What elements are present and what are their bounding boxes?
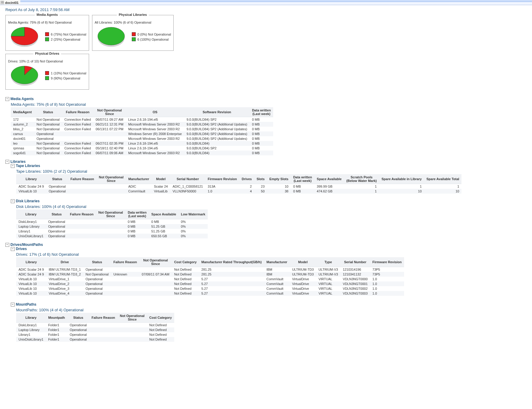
cell: 474.62 GB — [314, 189, 344, 194]
table-row[interactable]: VirtualLib 10VirtualDrive_3OperationalNo… — [16, 286, 404, 291]
column-header[interactable]: Not OperationalSince — [96, 209, 126, 219]
column-header[interactable]: Not OperationalSince — [93, 107, 126, 117]
cell: Folder1 — [46, 327, 67, 332]
column-header[interactable]: Model — [290, 257, 316, 267]
column-header[interactable]: Firmware Revision — [370, 257, 404, 267]
section-toggle-mountpaths[interactable]: − MountPaths — [11, 302, 530, 307]
collapse-icon[interactable]: − — [11, 199, 15, 203]
column-header[interactable]: Slots — [254, 174, 267, 184]
column-header[interactable]: Status — [34, 107, 62, 117]
table-row[interactable]: camusOperationalWindows Server (R) 2008 … — [11, 131, 273, 136]
column-header[interactable]: OS — [126, 107, 184, 117]
section-libraries: − Libraries − Tape Libraries Tape Librar… — [5, 160, 530, 238]
column-header[interactable]: Serial Number — [340, 257, 370, 267]
cell: 1.0 — [370, 281, 404, 286]
column-header[interactable]: Status — [46, 209, 68, 219]
cell: VirtualLib 10 — [16, 281, 46, 286]
table-row[interactable]: VirtualLib 10VirtualDrive_4OperationalNo… — [16, 291, 404, 296]
column-header[interactable]: Status — [67, 313, 89, 323]
column-header[interactable]: Failure Reason — [62, 107, 93, 117]
collapse-icon[interactable]: − — [11, 247, 15, 251]
column-header[interactable]: Failure Reason — [68, 174, 97, 184]
section-toggle-disk-libraries[interactable]: − Disk Libraries — [11, 199, 530, 203]
summary-cards-row-2: Physical DrivesDrives: 10% (1 of 10) Not… — [5, 54, 530, 93]
table-row[interactable]: UnixDiskLibrary1Operational0 MB650.55 GB… — [16, 234, 208, 238]
table-row[interactable]: VirtualLib 10VirtualDrive_2OperationalNo… — [16, 281, 404, 286]
table-row[interactable]: Laptop LibraryFolder1OperationalNot Defi… — [16, 327, 174, 332]
table-row[interactable]: bliss_2Not OperationalConnection Failed0… — [11, 127, 273, 131]
cell: VirtualDrive_3 — [46, 286, 83, 291]
table-row[interactable]: autumn_2Not OperationalConnection Failed… — [11, 122, 273, 127]
section-toggle-drives[interactable]: − Drives — [11, 247, 530, 251]
column-header[interactable]: Manufacturer — [126, 174, 152, 184]
table-row[interactable]: UnixDiskLibrary1Folder1OperationalNot De… — [16, 337, 174, 342]
column-header[interactable]: Space Available — [149, 209, 178, 219]
table-row[interactable]: sogo6d1Not OperationalConnection Failed0… — [11, 151, 273, 155]
table-row[interactable]: DiskLibrary1Folder1OperationalNot Define… — [16, 323, 174, 328]
column-header[interactable]: Failure Reason — [68, 209, 96, 219]
column-header[interactable]: Library — [16, 174, 46, 184]
section-toggle-drives-mountpaths[interactable]: − Drives/MountPaths — [5, 243, 530, 247]
column-header[interactable]: MediaAgent — [11, 107, 34, 117]
column-header[interactable]: Data written(Last week) — [250, 107, 273, 117]
section-toggle-media-agents[interactable]: − Media Agents — [5, 97, 530, 101]
collapse-icon[interactable]: − — [5, 97, 9, 101]
table-row[interactable]: leoNot OperationalConnection Failed06/27… — [11, 141, 273, 146]
window-collapse-icon[interactable]: ⊟ — [1, 1, 4, 4]
cell: rpmnas — [11, 146, 34, 151]
table-row[interactable]: rpmnasNot OperationalConnection Failed05… — [11, 146, 273, 151]
column-header[interactable]: Scratch Pools(Below Water Mark) — [344, 174, 379, 184]
table-row[interactable]: Library1Folder1OperationalNot Defined — [16, 332, 174, 337]
column-header[interactable]: Space Available — [314, 174, 344, 184]
cell: 0 MB — [250, 136, 273, 141]
column-header[interactable]: Software Revision — [184, 107, 250, 117]
column-header[interactable]: Drive — [46, 257, 83, 267]
column-header[interactable]: Status — [83, 257, 111, 267]
column-header[interactable]: Manufacturer — [264, 257, 290, 267]
column-header[interactable]: Spare Available in Library — [379, 174, 424, 184]
column-header[interactable]: Spare Available Total — [424, 174, 462, 184]
column-header[interactable]: Serial Number — [170, 174, 205, 184]
collapse-icon[interactable]: − — [5, 160, 9, 164]
column-header[interactable]: Library — [16, 257, 46, 267]
column-header[interactable]: Type — [316, 257, 340, 267]
column-header[interactable]: Drives — [239, 174, 254, 184]
column-header[interactable]: Not OperationalSince — [97, 174, 126, 184]
table-row[interactable]: 172Not OperationalConnection Failed06/07… — [11, 117, 273, 122]
cell: Connection Failed — [62, 141, 93, 146]
column-header[interactable]: Low Watermark — [178, 209, 208, 219]
column-header[interactable]: Failure Reason — [111, 257, 139, 267]
section-toggle-tape-libraries[interactable]: − Tape Libraries — [11, 164, 530, 168]
table-row[interactable]: ADIC Scalar 24 9OperationalADICScalar 24… — [16, 184, 461, 189]
column-header[interactable]: Cost Category — [147, 313, 174, 323]
column-header[interactable]: Not OperationalSince — [117, 313, 147, 323]
collapse-icon[interactable]: − — [5, 243, 9, 247]
collapse-icon[interactable]: − — [11, 303, 15, 307]
column-header[interactable]: Failure Reason — [89, 313, 117, 323]
table-row[interactable]: Laptop LibraryOperational0 MB51.25 GB0% — [16, 224, 208, 229]
column-header[interactable]: Library — [16, 209, 46, 219]
section-toggle-libraries[interactable]: − Libraries — [5, 160, 530, 164]
cell: Not Operational — [34, 117, 62, 122]
column-header[interactable]: Model — [152, 174, 170, 184]
column-header[interactable]: Firmware Revision — [205, 174, 239, 184]
table-row[interactable]: ADIC Scalar 24 9IBM ULTRIUM-TD3_1Operati… — [16, 267, 404, 272]
column-header[interactable]: Library — [16, 313, 46, 323]
column-header[interactable]: Data written(Last week) — [291, 174, 314, 184]
cell: Unknown — [111, 272, 139, 277]
column-header[interactable]: Manufacturer Rated Throughput(GB/h) — [199, 257, 264, 267]
collapse-icon[interactable]: − — [11, 164, 15, 168]
table-row[interactable]: docint01OperationalMicrosoft Windows Ser… — [11, 136, 273, 141]
table-row[interactable]: VirtualLib 10VirtualDrive_1OperationalNo… — [16, 277, 404, 281]
table-row[interactable]: Library1Operational0 MB51.25 GB0% — [16, 229, 208, 234]
column-header[interactable]: Status — [46, 174, 68, 184]
column-header[interactable]: Cost Category — [172, 257, 199, 267]
table-row[interactable]: DiskLibrary1Operational0 MB0 MB0% — [16, 219, 208, 224]
table-row[interactable]: VirtualLib 10OperationalCommVaultVirtual… — [16, 189, 461, 194]
cell — [111, 267, 139, 272]
column-header[interactable]: Mountpath — [46, 313, 67, 323]
column-header[interactable]: Data written(Last week) — [125, 209, 149, 219]
column-header[interactable]: Empty Slots — [267, 174, 291, 184]
table-row[interactable]: ADIC Scalar 24 9IBM ULTRIUM-TD3_2Not Ope… — [16, 272, 404, 277]
column-header[interactable]: Not OperationalSince — [139, 257, 172, 267]
